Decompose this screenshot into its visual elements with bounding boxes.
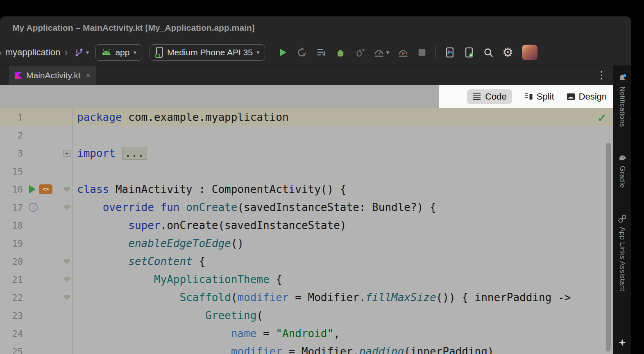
code-line-16[interactable]: 16<>class MainActivity : ComponentActivi… [0, 180, 613, 198]
code-token: modifier [237, 291, 288, 304]
line-number: 23 [0, 311, 23, 321]
fold-column [63, 277, 71, 282]
code-token: fun [161, 201, 180, 213]
run-button[interactable] [277, 47, 288, 58]
inspection-status-icon[interactable]: ✓ [597, 111, 607, 125]
tool-button-notifications[interactable]: Notifications [618, 74, 627, 127]
code-line-19[interactable]: 19 enableEdgeToEdge() [0, 234, 613, 252]
gutter: 21 [0, 270, 73, 288]
code-token: super [128, 219, 160, 231]
code-line-22[interactable]: 22 Scaffold(modifier = Modifier.fillMaxS… [0, 288, 613, 306]
code-line-3[interactable]: 3+import ... [0, 144, 613, 162]
line-number: 16 [0, 184, 23, 195]
module-selector-label: app [115, 48, 129, 57]
code-line-24[interactable]: 24 name = "Android", [0, 324, 613, 343]
rerun-activity-icon[interactable]: A [297, 47, 307, 58]
mode-design-button[interactable]: Design [567, 89, 607, 104]
tab-options-kebab-icon[interactable]: ⋮ [596, 69, 607, 81]
code-token [77, 273, 154, 286]
attach-debugger-icon[interactable] [354, 47, 365, 58]
gutter: 18 [0, 216, 73, 234]
code-line-20[interactable]: 20 setContent { [0, 252, 613, 270]
vcs-branch-button[interactable]: ▾ [74, 47, 89, 58]
device-selector-label: Medium Phone API 35 [167, 48, 253, 57]
fold-collapse-icon[interactable] [64, 205, 70, 210]
code-line-15[interactable]: 15 [0, 162, 613, 180]
code-token: setContent [128, 255, 193, 268]
code-token: override [103, 201, 154, 213]
sparkle-icon [618, 338, 626, 347]
code-text: Scaffold(modifier = Modifier.fillMaxSize… [73, 291, 571, 304]
caret-down-icon: ▾ [256, 49, 260, 56]
code-token [77, 309, 205, 322]
code-token: , [333, 327, 340, 340]
code-token: { [193, 255, 205, 268]
device-phone-icon [155, 47, 163, 58]
tool-label-notifications: Notifications [618, 86, 626, 127]
code-token: = Modifier. [282, 345, 359, 354]
line-number: 24 [0, 329, 23, 339]
project-breadcrumb[interactable]: myapplication [5, 47, 61, 58]
settings-gear-icon[interactable]: ⚙ [502, 46, 513, 59]
profiler-run-icon[interactable] [398, 47, 408, 58]
code-view-icon [472, 93, 481, 100]
device-manager-icon[interactable] [444, 47, 455, 58]
run-icon[interactable] [29, 185, 36, 194]
code-text: modifier = Modifier.padding(innerPadding… [73, 345, 494, 354]
code-lines: 1package com.example.myapplication23+imp… [0, 108, 613, 354]
code-line-2[interactable]: 2 [0, 126, 613, 144]
stop-icon[interactable] [417, 48, 427, 57]
line-number: 18 [0, 220, 23, 231]
line-number: 2 [0, 130, 23, 141]
gemini-sparkle-button[interactable] [618, 338, 626, 348]
code-token: onCreate [186, 201, 237, 213]
gutter: 24 [0, 324, 73, 343]
code-line-18[interactable]: 18 super.onCreate(savedInstanceState) [0, 216, 613, 234]
fold-collapse-icon[interactable] [64, 295, 70, 300]
override-icon[interactable]: ↑ [29, 203, 38, 212]
tab-close-icon[interactable]: × [86, 71, 91, 80]
code-line-17[interactable]: 17↑ override fun onCreate(savedInstanceS… [0, 198, 613, 216]
debug-icon[interactable] [335, 47, 346, 58]
main-toolbar: › myapplication › ▾ app ▾ [0, 39, 631, 66]
code-text: name = "Android", [73, 327, 340, 340]
fold-expand-icon[interactable]: + [63, 150, 70, 157]
code-token [77, 219, 128, 231]
mode-code-button[interactable]: Code [467, 89, 512, 104]
apply-code-changes-icon[interactable] [316, 47, 327, 58]
code-text: setContent { [73, 255, 205, 268]
module-selector[interactable]: app ▾ [95, 44, 142, 61]
fold-collapse-icon[interactable] [64, 187, 70, 192]
profiler-button[interactable]: ▾ [374, 47, 389, 58]
search-icon[interactable] [483, 47, 494, 58]
tool-button-app-links-assistant[interactable]: App Links Assistant [618, 214, 627, 291]
code-token: (savedInstanceState: Bundle?) { [237, 201, 436, 213]
mode-split-button[interactable]: Split [524, 89, 554, 104]
tool-button-gradle[interactable]: Gradle [618, 153, 627, 188]
code-line-23[interactable]: 23 Greeting( [0, 306, 613, 324]
tab-mainactivity[interactable]: MainActivity.kt × [9, 66, 96, 85]
code-line-25[interactable]: 25 modifier = Modifier.padding(innerPadd… [0, 343, 613, 354]
fold-column [63, 205, 71, 210]
code-token: .onCreate(savedInstanceState) [161, 219, 347, 231]
svg-text:A: A [303, 53, 306, 57]
component-icon[interactable]: <> [39, 184, 52, 194]
running-devices-icon[interactable] [464, 47, 474, 58]
code-line-1[interactable]: 1package com.example.myapplication [0, 108, 613, 126]
title-bar[interactable]: My Application – MainActivity.kt [My_App… [0, 16, 631, 39]
line-number: 17 [0, 202, 23, 213]
code-token [77, 255, 128, 268]
editor-scrollbar[interactable] [606, 143, 611, 352]
code-line-21[interactable]: 21 MyApplicationTheme { [0, 270, 613, 288]
user-avatar[interactable] [522, 45, 537, 60]
device-selector[interactable]: Medium Phone API 35 ▾ [150, 44, 265, 61]
fold-collapse-icon[interactable] [64, 259, 70, 264]
code-editor[interactable]: 1package com.example.myapplication23+imp… [0, 108, 613, 354]
code-token: package [77, 111, 122, 123]
line-number: 21 [0, 275, 23, 285]
code-token: enableEdgeToEdge [128, 237, 231, 250]
android-head-icon [101, 49, 111, 56]
gutter-icons: <> [23, 184, 63, 194]
fold-column [63, 187, 71, 192]
fold-collapse-icon[interactable] [64, 277, 70, 282]
